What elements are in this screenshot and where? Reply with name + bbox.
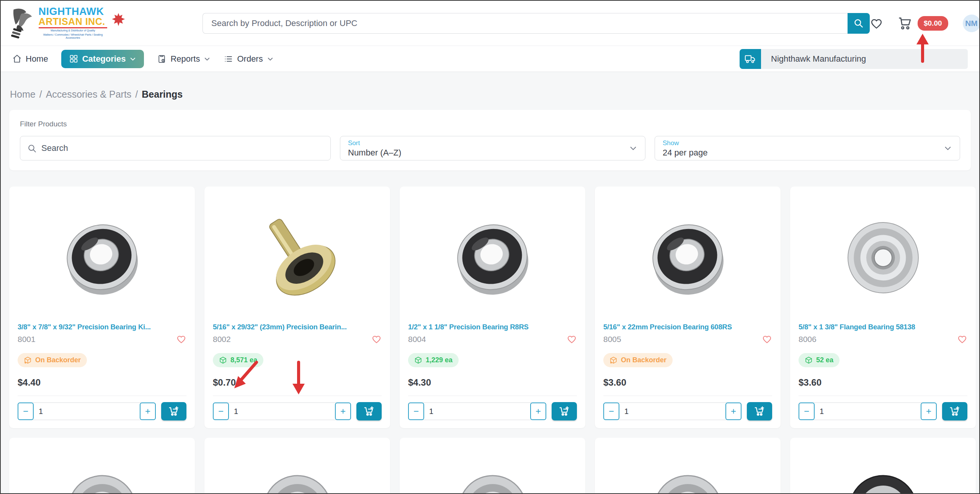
product-card: 1/2" x 1 1/8" Precision Bearing R8RS 800… [400,186,585,428]
card-divider [213,396,382,396]
global-search-input[interactable] [203,13,848,34]
product-image-link[interactable] [408,445,577,494]
quantity-stepper: − + [603,402,742,420]
product-image-link[interactable] [213,194,382,321]
heart-icon [371,334,382,344]
company-logo[interactable]: NIGHTHAWK ARTISAN INC. Manufacturing & D… [11,6,126,41]
product-image-link[interactable] [213,445,382,494]
product-image-link[interactable] [603,194,772,321]
qty-input[interactable] [424,403,531,420]
box-icon [609,356,617,364]
nav-reports[interactable]: Reports [157,54,211,64]
product-title-link[interactable]: 5/16" x 22mm Precision Bearing 608RS [603,323,772,331]
box-icon [219,356,227,364]
nav-orders[interactable]: Orders [224,54,273,64]
product-image-link[interactable] [799,194,967,321]
product-title-link[interactable]: 5/8" x 1 3/8" Flanged Bearing 58138 [799,323,967,331]
user-avatar[interactable]: NM [963,15,980,32]
qty-input[interactable] [229,403,335,420]
qty-increase-button[interactable]: + [921,402,937,420]
cart-button[interactable]: $0.00 [898,16,948,31]
product-price: $4.40 [18,377,186,388]
favorite-heart-button[interactable] [957,334,967,344]
qty-increase-button[interactable]: + [725,402,742,420]
cart-plus-icon [559,406,570,417]
logo-tagline-line1: Manufacturing & Distributor of Quality [39,29,108,33]
chevron-down-icon [267,56,274,62]
nav-orders-label: Orders [237,54,263,64]
product-price: $4.30 [408,377,577,388]
favorite-heart-button[interactable] [762,334,772,344]
filter-panel-title: Filter Products [20,120,960,128]
breadcrumb-home[interactable]: Home [10,89,36,100]
product-card: 5/16" x 22mm Precision Bearing 608RS 800… [595,186,781,428]
box-icon [805,356,813,364]
product-sku: 8006 [799,335,817,344]
wishlist-heart-icon[interactable] [870,17,883,29]
cart-plus-icon [363,406,375,417]
nav-categories[interactable]: Categories [61,50,144,68]
favorite-heart-button[interactable] [567,334,577,344]
qty-increase-button[interactable]: + [335,402,351,420]
add-to-cart-button[interactable] [552,402,577,420]
card-divider [603,396,772,396]
product-image-link[interactable] [18,194,186,321]
product-title-link[interactable]: 1/2" x 1 1/8" Precision Bearing R8RS [408,323,577,331]
product-image-link[interactable] [408,194,577,321]
main-nav: Home Categories Reports [1,46,979,72]
breadcrumb-current: Bearings [142,89,183,100]
card-divider [799,396,967,396]
card-divider [408,396,577,396]
add-to-cart-button[interactable] [161,402,186,420]
qty-decrease-button[interactable]: − [799,402,815,420]
stock-badge: On Backorder [18,353,87,367]
filter-search-input[interactable] [41,143,323,153]
product-card-partial [9,438,195,494]
breadcrumb-parent[interactable]: Accessories & Parts [46,89,132,100]
product-card-partial [595,438,781,494]
qty-input[interactable] [619,403,726,420]
filter-search [20,136,331,160]
qty-increase-button[interactable]: + [530,402,546,420]
product-image-link[interactable] [603,445,772,494]
favorite-heart-button[interactable] [176,334,186,344]
product-grid: 3/8" x 7/8" x 9/32" Precision Bearing Ki… [9,186,971,494]
qty-decrease-button[interactable]: − [603,402,619,420]
nav-home[interactable]: Home [12,54,48,64]
stock-badge-label: On Backorder [621,356,666,364]
box-icon [24,356,32,364]
product-image-link[interactable] [18,445,186,494]
product-image-link[interactable] [799,445,967,494]
favorite-heart-button[interactable] [371,334,382,344]
header-actions: $0.00 NM [870,15,980,32]
add-to-cart-button[interactable] [356,402,382,420]
global-search-button[interactable] [848,13,870,34]
sort-label: Sort [348,139,637,147]
qty-input[interactable] [33,403,140,420]
product-sku: 8001 [18,335,36,344]
qty-increase-button[interactable]: + [140,402,156,420]
qty-decrease-button[interactable]: − [408,402,424,420]
nav-home-label: Home [26,54,48,64]
heart-icon [762,334,772,344]
product-title-link[interactable]: 3/8" x 7/8" x 9/32" Precision Bearing Ki… [18,323,186,331]
quantity-stepper: − + [408,402,546,420]
stock-badge: 52 ea [799,353,840,367]
account-selector[interactable]: Nighthawk Manufacturing [740,49,968,69]
add-to-cart-button[interactable] [747,402,772,420]
sort-select[interactable]: Sort Number (A–Z) [340,136,645,160]
card-divider [18,396,186,396]
add-to-cart-button[interactable] [942,402,967,420]
qty-input[interactable] [814,403,921,420]
product-title-link[interactable]: 5/16" x 29/32" (23mm) Precision Bearin..… [213,323,382,331]
cart-icon [898,17,912,30]
clipboard-clock-icon [157,54,167,64]
cart-plus-icon [168,406,180,417]
heart-icon [957,334,967,344]
qty-decrease-button[interactable]: − [18,402,34,420]
cart-total-badge: $0.00 [918,16,948,31]
heart-icon [176,334,186,344]
show-per-page-select[interactable]: Show 24 per page [655,136,960,160]
breadcrumb: Home/Accessories & Parts/Bearings [9,89,971,100]
qty-decrease-button[interactable]: − [213,402,229,420]
